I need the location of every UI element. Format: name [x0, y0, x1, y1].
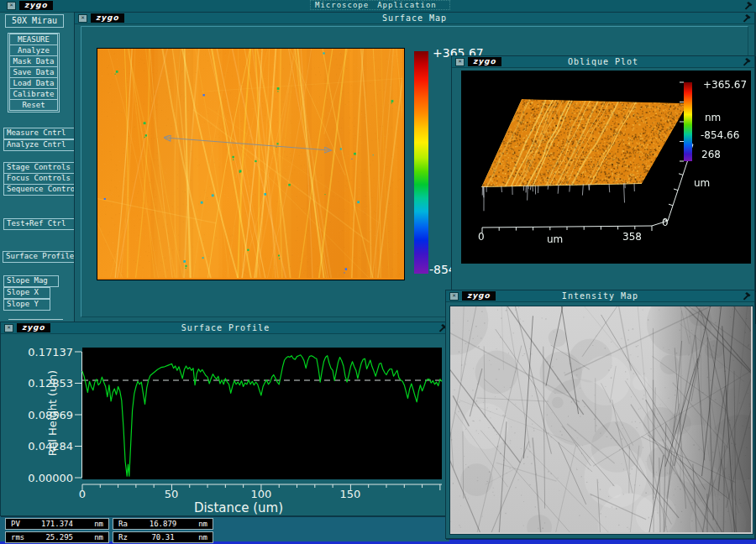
window-title: Surface Profile: [1, 323, 450, 332]
oblique-x-max: 358: [622, 231, 642, 243]
zygo-logo: zygo: [91, 13, 124, 23]
zygo-logo: zygo: [17, 323, 50, 332]
oblique-z-unit: um: [694, 177, 710, 189]
menu-application[interactable]: Application: [377, 1, 437, 9]
oblique-plot-titlebar[interactable]: × zygo Oblique Plot: [452, 56, 754, 68]
slope-y-button[interactable]: Slope Y: [3, 299, 50, 311]
zygo-logo: zygo: [19, 1, 53, 10]
save-data-button[interactable]: Save Data: [9, 66, 58, 78]
intensity-map-titlebar[interactable]: × zygo Intensity Map: [446, 290, 754, 302]
window-title: Surface Map: [75, 13, 754, 23]
result-value: 16.879: [150, 519, 177, 529]
surface-profile-titlebar[interactable]: × zygo Surface Profile: [1, 322, 450, 334]
tools-icon[interactable]: [742, 13, 752, 23]
calibrate-button[interactable]: Calibrate: [9, 88, 58, 100]
measure-cntrl-button[interactable]: Measure Cntrl: [3, 128, 76, 139]
surface-profile-window: × zygo Surface Profile 0.17137 0.12853 0…: [0, 322, 451, 516]
app-menubar: × zygo MicroscopeApplication: [0, 0, 756, 13]
load-data-button[interactable]: Load Data: [9, 77, 58, 89]
result-unit: nm: [94, 532, 103, 542]
objective-selector[interactable]: 50X Mirau: [5, 14, 64, 28]
mask-data-button[interactable]: Mask Data: [9, 55, 58, 67]
zygo-logo: zygo: [462, 291, 496, 301]
focus-controls-button[interactable]: Focus Controls: [3, 173, 81, 185]
close-icon[interactable]: ×: [4, 324, 13, 332]
y-axis-label: Rel Height (um): [46, 349, 60, 477]
result-unit: nm: [198, 519, 207, 529]
surface-map-titlebar[interactable]: × zygo Surface Map: [75, 13, 754, 24]
reset-button[interactable]: Reset: [9, 99, 58, 111]
close-icon[interactable]: ×: [78, 14, 87, 23]
analyze-cntrl-button[interactable]: Analyze Cntrl: [3, 139, 76, 151]
result-value: 70.31: [151, 532, 174, 542]
intensity-map-image: [450, 306, 751, 532]
app-menu-icon[interactable]: ×: [7, 2, 16, 10]
oblique-x-unit: um: [547, 233, 563, 245]
height-colorbar: [414, 51, 428, 274]
stage-controls-button[interactable]: Stage Controls: [3, 162, 81, 174]
close-icon[interactable]: ×: [449, 292, 459, 301]
result-label: rms: [11, 532, 24, 542]
surface-profile-button[interactable]: Surface Profile: [3, 251, 85, 263]
oblique-scale-min: -854.66: [701, 129, 739, 141]
result-unit: nm: [94, 519, 103, 529]
oblique-x-zero: 0: [478, 231, 485, 243]
result-label: Ra: [118, 519, 128, 529]
result-value: 25.295: [45, 532, 73, 542]
oblique-plot-image: [461, 71, 751, 264]
oblique-scale-unit: nm: [705, 112, 721, 123]
slope-x-button[interactable]: Slope X: [3, 287, 50, 299]
xtick-label: 0: [70, 488, 95, 500]
oblique-z-zero: 0: [662, 217, 669, 228]
tools-icon[interactable]: [743, 1, 753, 10]
intensity-map-frame: [449, 306, 753, 535]
oblique-z-max: 268: [701, 149, 721, 160]
xtick-label: 100: [249, 488, 274, 500]
tools-icon[interactable]: [742, 57, 752, 66]
result-label: PV: [11, 519, 20, 529]
x-axis-label: Distance (um): [113, 500, 365, 515]
metropro-desktop: × zygo MicroscopeApplication 50X Mirau M…: [0, 0, 756, 544]
result-value: 171.374: [41, 519, 73, 529]
result-pv: PV 171.374 nm: [5, 518, 109, 530]
result-label: Rz: [118, 532, 128, 542]
result-rms: rms 25.295 nm: [5, 531, 109, 543]
oblique-plot-window: × zygo Oblique Plot +365.67 nm -854.66 2…: [451, 55, 755, 291]
surface-map-frame: [97, 48, 405, 280]
app-menus: MicroscopeApplication: [311, 1, 449, 9]
zygo-logo: zygo: [468, 57, 501, 66]
measure-button[interactable]: MEASURE: [9, 34, 58, 45]
result-ra: Ra 16.879 nm: [113, 518, 213, 530]
analyze-button[interactable]: Analyze: [9, 44, 58, 56]
oblique-scale-max: +365.67: [703, 79, 747, 91]
oblique-plot-area: [461, 71, 751, 264]
tools-icon[interactable]: [742, 291, 752, 301]
results-bar: PV 171.374 nm Ra 16.879 nm rms 25.295 nm…: [0, 515, 449, 541]
intensity-map-window: × zygo Intensity Map: [445, 290, 755, 539]
result-rz: Rz 70.31 nm: [113, 531, 213, 543]
close-icon[interactable]: ×: [455, 58, 465, 66]
slope-mag-button[interactable]: Slope Mag: [3, 275, 59, 287]
profile-slice-line[interactable]: [97, 49, 402, 278]
profile-plot: [1, 334, 450, 515]
menu-microscope[interactable]: Microscope: [315, 1, 369, 9]
result-unit: nm: [198, 532, 207, 542]
xtick-label: 50: [159, 488, 184, 500]
sidebar-separator: [8, 319, 63, 320]
test-ref-ctrl-button[interactable]: Test+Ref Ctrl: [3, 218, 76, 230]
action-button-group: MEASURE Analyze Mask Data Save Data Load…: [8, 33, 60, 112]
xtick-label: 150: [338, 488, 363, 500]
